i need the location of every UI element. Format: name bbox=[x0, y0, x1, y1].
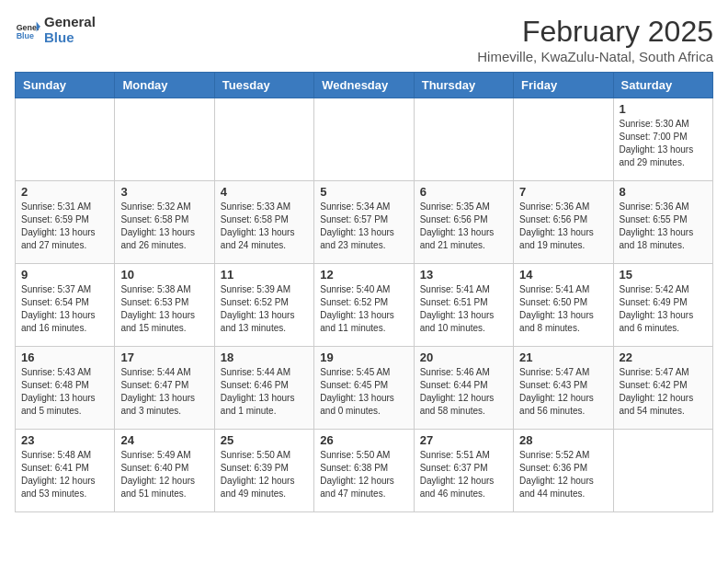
day-number: 19 bbox=[320, 350, 407, 364]
calendar-week-3: 9Sunrise: 5:37 AM Sunset: 6:54 PM Daylig… bbox=[16, 264, 713, 347]
calendar-cell bbox=[414, 98, 513, 181]
calendar-week-1: 1Sunrise: 5:30 AM Sunset: 7:00 PM Daylig… bbox=[16, 98, 713, 181]
weekday-header-monday: Monday bbox=[115, 73, 214, 98]
weekday-header-tuesday: Tuesday bbox=[214, 73, 313, 98]
day-number: 26 bbox=[320, 433, 407, 447]
day-number: 10 bbox=[120, 268, 208, 282]
calendar-cell: 8Sunrise: 5:36 AM Sunset: 6:55 PM Daylig… bbox=[613, 181, 712, 264]
main-title: February 2025 bbox=[477, 15, 713, 49]
day-number: 1 bbox=[620, 102, 707, 116]
calendar-cell: 13Sunrise: 5:41 AM Sunset: 6:51 PM Dayli… bbox=[414, 264, 513, 347]
day-info: Sunrise: 5:44 AM Sunset: 6:46 PM Dayligh… bbox=[221, 366, 308, 418]
day-info: Sunrise: 5:39 AM Sunset: 6:52 PM Dayligh… bbox=[221, 283, 308, 335]
day-number: 3 bbox=[120, 185, 208, 199]
calendar-cell: 15Sunrise: 5:42 AM Sunset: 6:49 PM Dayli… bbox=[613, 264, 712, 347]
calendar-cell bbox=[613, 430, 712, 512]
day-number: 28 bbox=[519, 433, 607, 447]
title-area: February 2025 Himeville, KwaZulu-Natal, … bbox=[477, 15, 713, 64]
day-info: Sunrise: 5:31 AM Sunset: 6:59 PM Dayligh… bbox=[21, 201, 108, 252]
day-number: 24 bbox=[120, 433, 208, 447]
calendar-cell: 26Sunrise: 5:50 AM Sunset: 6:38 PM Dayli… bbox=[314, 430, 414, 512]
logo-general: General bbox=[44, 15, 96, 30]
day-info: Sunrise: 5:34 AM Sunset: 6:57 PM Dayligh… bbox=[320, 201, 407, 252]
calendar-cell: 23Sunrise: 5:48 AM Sunset: 6:41 PM Dayli… bbox=[16, 430, 115, 512]
subtitle: Himeville, KwaZulu-Natal, South Africa bbox=[477, 49, 713, 64]
day-number: 2 bbox=[21, 185, 108, 199]
day-info: Sunrise: 5:47 AM Sunset: 6:42 PM Dayligh… bbox=[620, 366, 707, 418]
calendar-cell: 17Sunrise: 5:44 AM Sunset: 6:47 PM Dayli… bbox=[115, 347, 214, 430]
calendar-cell: 20Sunrise: 5:46 AM Sunset: 6:44 PM Dayli… bbox=[414, 347, 513, 430]
day-info: Sunrise: 5:45 AM Sunset: 6:45 PM Dayligh… bbox=[320, 366, 407, 418]
calendar-cell: 24Sunrise: 5:49 AM Sunset: 6:40 PM Dayli… bbox=[115, 430, 214, 512]
day-info: Sunrise: 5:41 AM Sunset: 6:51 PM Dayligh… bbox=[420, 283, 507, 335]
calendar-cell: 28Sunrise: 5:52 AM Sunset: 6:36 PM Dayli… bbox=[514, 430, 613, 512]
day-number: 9 bbox=[21, 268, 108, 282]
calendar-cell: 1Sunrise: 5:30 AM Sunset: 7:00 PM Daylig… bbox=[613, 98, 712, 181]
calendar-cell: 3Sunrise: 5:32 AM Sunset: 6:58 PM Daylig… bbox=[115, 181, 214, 264]
day-number: 15 bbox=[620, 268, 707, 282]
calendar-cell: 18Sunrise: 5:44 AM Sunset: 6:46 PM Dayli… bbox=[214, 347, 313, 430]
day-info: Sunrise: 5:38 AM Sunset: 6:53 PM Dayligh… bbox=[120, 283, 208, 335]
day-info: Sunrise: 5:43 AM Sunset: 6:48 PM Dayligh… bbox=[21, 366, 108, 418]
weekday-header-saturday: Saturday bbox=[613, 73, 712, 98]
day-info: Sunrise: 5:51 AM Sunset: 6:37 PM Dayligh… bbox=[420, 449, 507, 500]
day-number: 21 bbox=[519, 350, 607, 364]
calendar-cell: 9Sunrise: 5:37 AM Sunset: 6:54 PM Daylig… bbox=[16, 264, 115, 347]
day-number: 16 bbox=[21, 350, 108, 364]
weekday-header-friday: Friday bbox=[514, 73, 613, 98]
calendar-week-2: 2Sunrise: 5:31 AM Sunset: 6:59 PM Daylig… bbox=[16, 181, 713, 264]
day-number: 13 bbox=[420, 268, 507, 282]
day-info: Sunrise: 5:44 AM Sunset: 6:47 PM Dayligh… bbox=[120, 366, 208, 418]
day-info: Sunrise: 5:35 AM Sunset: 6:56 PM Dayligh… bbox=[420, 201, 507, 252]
calendar-cell: 27Sunrise: 5:51 AM Sunset: 6:37 PM Dayli… bbox=[414, 430, 513, 512]
logo-blue: Blue bbox=[44, 30, 96, 46]
day-info: Sunrise: 5:36 AM Sunset: 6:56 PM Dayligh… bbox=[519, 201, 607, 252]
calendar-cell: 25Sunrise: 5:50 AM Sunset: 6:39 PM Dayli… bbox=[214, 430, 313, 512]
logo: General Blue General Blue bbox=[15, 15, 96, 45]
calendar-cell: 12Sunrise: 5:40 AM Sunset: 6:52 PM Dayli… bbox=[314, 264, 414, 347]
calendar-cell: 19Sunrise: 5:45 AM Sunset: 6:45 PM Dayli… bbox=[314, 347, 414, 430]
calendar-cell: 5Sunrise: 5:34 AM Sunset: 6:57 PM Daylig… bbox=[314, 181, 414, 264]
weekday-header-wednesday: Wednesday bbox=[314, 73, 414, 98]
calendar-cell bbox=[115, 98, 214, 181]
day-info: Sunrise: 5:42 AM Sunset: 6:49 PM Dayligh… bbox=[620, 283, 707, 335]
day-info: Sunrise: 5:32 AM Sunset: 6:58 PM Dayligh… bbox=[120, 201, 208, 252]
day-number: 7 bbox=[519, 185, 607, 199]
day-number: 20 bbox=[420, 350, 507, 364]
day-number: 22 bbox=[620, 350, 707, 364]
day-number: 8 bbox=[620, 185, 707, 199]
day-info: Sunrise: 5:30 AM Sunset: 7:00 PM Dayligh… bbox=[620, 118, 707, 169]
day-info: Sunrise: 5:52 AM Sunset: 6:36 PM Dayligh… bbox=[519, 449, 607, 500]
calendar-cell: 10Sunrise: 5:38 AM Sunset: 6:53 PM Dayli… bbox=[115, 264, 214, 347]
calendar-cell: 6Sunrise: 5:35 AM Sunset: 6:56 PM Daylig… bbox=[414, 181, 513, 264]
day-number: 6 bbox=[420, 185, 507, 199]
calendar-cell: 21Sunrise: 5:47 AM Sunset: 6:43 PM Dayli… bbox=[514, 347, 613, 430]
day-number: 25 bbox=[221, 433, 308, 447]
day-info: Sunrise: 5:50 AM Sunset: 6:38 PM Dayligh… bbox=[320, 449, 407, 500]
calendar-cell bbox=[214, 98, 313, 181]
day-number: 12 bbox=[320, 268, 407, 282]
weekday-header-thursday: Thursday bbox=[414, 73, 513, 98]
day-number: 14 bbox=[519, 268, 607, 282]
calendar-week-5: 23Sunrise: 5:48 AM Sunset: 6:41 PM Dayli… bbox=[16, 430, 713, 512]
day-info: Sunrise: 5:48 AM Sunset: 6:41 PM Dayligh… bbox=[21, 449, 108, 500]
calendar-cell: 14Sunrise: 5:41 AM Sunset: 6:50 PM Dayli… bbox=[514, 264, 613, 347]
day-info: Sunrise: 5:47 AM Sunset: 6:43 PM Dayligh… bbox=[519, 366, 607, 418]
day-number: 17 bbox=[120, 350, 208, 364]
calendar-cell: 2Sunrise: 5:31 AM Sunset: 6:59 PM Daylig… bbox=[16, 181, 115, 264]
day-info: Sunrise: 5:37 AM Sunset: 6:54 PM Dayligh… bbox=[21, 283, 108, 335]
day-info: Sunrise: 5:40 AM Sunset: 6:52 PM Dayligh… bbox=[320, 283, 407, 335]
day-number: 11 bbox=[221, 268, 308, 282]
day-info: Sunrise: 5:41 AM Sunset: 6:50 PM Dayligh… bbox=[519, 283, 607, 335]
calendar-cell: 22Sunrise: 5:47 AM Sunset: 6:42 PM Dayli… bbox=[613, 347, 712, 430]
calendar-cell bbox=[16, 98, 115, 181]
weekday-header-sunday: Sunday bbox=[16, 73, 115, 98]
calendar: SundayMondayTuesdayWednesdayThursdayFrid… bbox=[15, 72, 713, 512]
day-info: Sunrise: 5:46 AM Sunset: 6:44 PM Dayligh… bbox=[420, 366, 507, 418]
svg-text:Blue: Blue bbox=[17, 30, 34, 40]
calendar-cell: 16Sunrise: 5:43 AM Sunset: 6:48 PM Dayli… bbox=[16, 347, 115, 430]
day-number: 5 bbox=[320, 185, 407, 199]
day-number: 23 bbox=[21, 433, 108, 447]
calendar-cell: 4Sunrise: 5:33 AM Sunset: 6:58 PM Daylig… bbox=[214, 181, 313, 264]
day-info: Sunrise: 5:36 AM Sunset: 6:55 PM Dayligh… bbox=[620, 201, 707, 252]
